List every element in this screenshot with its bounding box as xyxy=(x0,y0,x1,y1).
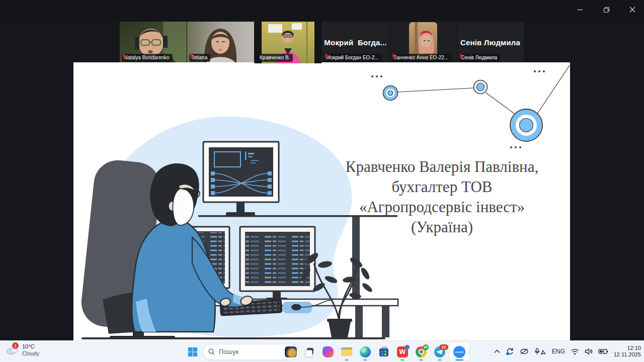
edge-button[interactable] xyxy=(357,342,374,361)
participant-video[interactable]: Танченко Анна ЕО-22... xyxy=(389,22,456,63)
participant-nameplate: Кравченко В. xyxy=(257,54,293,62)
weather-condition: Cloudy xyxy=(22,350,39,357)
muted-mic-icon xyxy=(122,54,127,59)
participant-name: Кравченко В. xyxy=(260,55,290,61)
file-explorer-button[interactable] xyxy=(338,342,355,361)
participant-video-off[interactable]: Мокрий Богда... Мокрий Богдан ЕО-2... xyxy=(322,22,389,63)
participant-video[interactable]: Natalya Bondarenko xyxy=(120,22,187,63)
muted-mic-icon xyxy=(324,54,329,59)
muted-mic-icon xyxy=(189,54,194,59)
mic-in-use-icon[interactable] xyxy=(534,348,546,355)
volume-icon[interactable] xyxy=(585,348,593,355)
zoom-app-button[interactable]: zoom xyxy=(450,342,469,361)
participant-nameplate: Сенів Людмила xyxy=(459,54,500,62)
weather-badge: 1 xyxy=(12,342,19,349)
system-tray: ENG 12:10 12.11.2025 xyxy=(494,341,641,362)
copilot-icon xyxy=(323,346,334,357)
close-icon[interactable] xyxy=(625,4,640,15)
node-large xyxy=(510,109,542,141)
participant-nameplate: Natalya Bondarenko xyxy=(122,54,173,62)
participant-video[interactable]: Tetiana xyxy=(187,22,254,63)
windows-start-icon xyxy=(188,347,198,357)
microsoft-store-button[interactable] xyxy=(375,342,392,361)
tray-date: 12.11.2025 xyxy=(614,351,641,358)
telegram-button[interactable]: 12 xyxy=(431,342,448,361)
weather-widget[interactable]: 1 10°C Cloudy xyxy=(5,343,39,357)
wps-office-button[interactable]: W xyxy=(394,342,411,361)
taskbar-search[interactable] xyxy=(203,344,299,360)
file-explorer-icon xyxy=(341,347,353,357)
taskbar-clock[interactable]: 12:10 12.11.2025 xyxy=(614,345,641,358)
sync-update-icon[interactable] xyxy=(506,347,514,355)
wifi-icon[interactable] xyxy=(571,348,579,355)
weather-temp: 10°C xyxy=(22,343,39,350)
wps-office-icon: W xyxy=(397,346,408,357)
node-small-left xyxy=(383,86,398,101)
telegram-icon: 12 xyxy=(434,346,445,357)
windows-taskbar: 1 10°C Cloudy xyxy=(0,340,644,362)
microsoft-store-icon xyxy=(378,346,389,357)
participant-video-active-speaker[interactable]: Кравченко В. xyxy=(255,22,321,63)
wps-badge xyxy=(405,345,410,349)
tray-time: 12:10 xyxy=(614,345,641,351)
restore-icon[interactable] xyxy=(599,4,614,15)
participant-video-off[interactable]: Сенів Людмила Сенів Людмила xyxy=(457,22,524,63)
shared-screen-slide: Кравченко Валерія Павлівна, бухгалтер ТО… xyxy=(73,62,570,341)
task-view-button[interactable] xyxy=(301,342,318,361)
hidden-icons-chevron[interactable] xyxy=(494,349,500,353)
node-small-mid xyxy=(474,80,488,94)
search-input[interactable] xyxy=(218,347,282,356)
edge-icon xyxy=(360,346,371,357)
muted-mic-icon xyxy=(391,54,396,59)
copilot-button[interactable] xyxy=(319,342,337,361)
zoom-icon: zoom xyxy=(453,346,465,358)
participant-film-strip: Natalya Bondarenko Tetiana xyxy=(120,22,524,63)
right-code-monitor xyxy=(240,227,315,301)
battery-icon[interactable] xyxy=(598,348,608,354)
language-indicator[interactable]: ENG xyxy=(552,348,565,355)
search-daily-image[interactable] xyxy=(285,346,297,357)
start-button[interactable] xyxy=(184,342,201,361)
participant-name: Мокрий Богдан ЕО-2... xyxy=(326,55,379,61)
participant-nameplate: Танченко Анна ЕО-22... xyxy=(391,54,451,62)
programmer-illustration xyxy=(73,113,406,341)
muted-mic-icon xyxy=(459,54,464,59)
minimize-icon[interactable] xyxy=(573,4,588,15)
chrome-button[interactable]: H xyxy=(413,342,430,361)
participant-name: Natalya Bondarenko xyxy=(124,55,170,61)
participant-name: Танченко Анна ЕО-22... xyxy=(393,55,448,61)
participant-name: Сенів Людмила xyxy=(461,55,497,61)
eye-hidden-icon[interactable] xyxy=(520,348,529,355)
search-icon xyxy=(208,348,215,355)
chrome-icon: H xyxy=(416,346,427,357)
window-title-bar xyxy=(0,0,644,21)
participant-nameplate: Мокрий Богдан ЕО-2... xyxy=(324,54,382,62)
telegram-badge: 12 xyxy=(439,344,448,350)
chrome-badge: H xyxy=(423,344,429,350)
task-view-icon xyxy=(304,347,314,357)
participant-nameplate: Tetiana xyxy=(189,54,210,62)
